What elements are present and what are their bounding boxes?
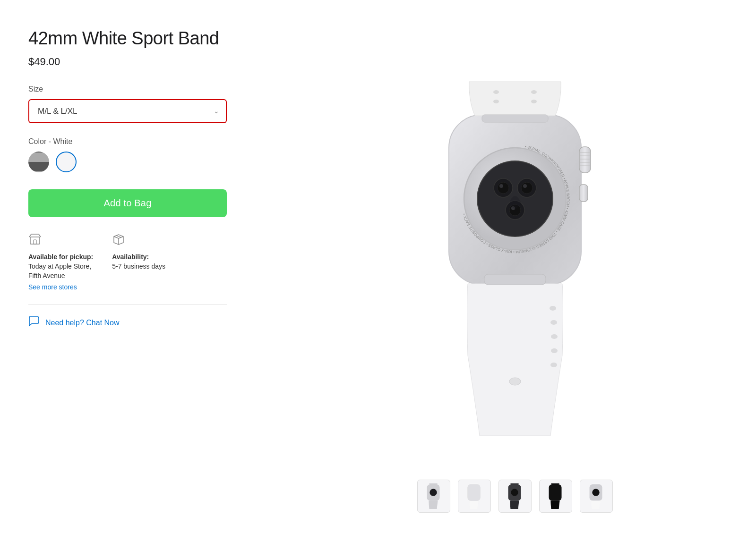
pickup-availability: Available for pickup: Today at Apple Sto…: [28, 232, 93, 291]
shipping-detail: 5-7 business days: [112, 262, 165, 270]
color-swatches: [28, 152, 284, 172]
svg-rect-19: [579, 185, 588, 202]
svg-point-7: [550, 306, 556, 311]
svg-point-35: [430, 489, 437, 496]
product-price: $49.00: [28, 56, 284, 68]
svg-point-42: [592, 489, 599, 496]
color-label: Color - White: [28, 137, 284, 146]
thumbnail-3[interactable]: [498, 480, 532, 513]
pickup-detail-2: Fifth Avenue: [28, 272, 93, 279]
thumbnail-2[interactable]: [458, 480, 491, 513]
right-panel: • SERIAL: CO2WKHOP7FER • APPLE WATCH • 4…: [302, 19, 728, 522]
see-more-stores-link[interactable]: See more stores: [28, 283, 93, 291]
svg-point-12: [509, 378, 521, 385]
add-to-bag-button[interactable]: Add to Bag: [28, 189, 227, 217]
svg-rect-1: [34, 240, 36, 244]
thumbnail-4[interactable]: [539, 480, 572, 513]
page-container: 42mm White Sport Band $49.00 Size S/M M/…: [0, 0, 756, 541]
divider: [28, 304, 227, 304]
svg-point-9: [551, 334, 558, 339]
chat-label: Need help? Chat Now: [45, 319, 120, 327]
svg-rect-40: [549, 484, 562, 501]
size-label: Size: [28, 85, 284, 93]
color-section: Color - White: [28, 137, 284, 172]
size-section: Size S/M M/L & L/XL ⌄: [28, 85, 284, 123]
box-icon: [112, 232, 165, 248]
svg-point-29: [523, 184, 527, 188]
thumbnail-5[interactable]: [580, 480, 613, 513]
pickup-title: Available for pickup:: [28, 253, 93, 261]
size-select-wrapper: S/M M/L & L/XL ⌄: [28, 99, 227, 123]
shipping-availability: Availability: 5-7 business days: [112, 232, 165, 291]
svg-point-6: [531, 100, 537, 103]
svg-point-8: [550, 320, 557, 325]
chat-icon: [28, 316, 41, 330]
svg-point-11: [550, 363, 557, 367]
color-swatch-black[interactable]: [28, 152, 49, 172]
svg-rect-37: [468, 484, 481, 501]
svg-rect-33: [482, 115, 548, 122]
svg-point-23: [498, 182, 509, 194]
thumbnail-strip: [417, 480, 613, 513]
svg-point-28: [499, 184, 503, 188]
svg-point-10: [551, 348, 558, 353]
svg-rect-13: [579, 147, 591, 173]
availability-section: Available for pickup: Today at Apple Sto…: [28, 232, 284, 291]
svg-point-4: [493, 100, 499, 103]
svg-point-39: [511, 489, 518, 496]
svg-rect-32: [484, 274, 546, 285]
svg-rect-0: [30, 237, 40, 244]
pickup-detail: Today at Apple Store,: [28, 262, 93, 270]
svg-point-3: [493, 90, 499, 94]
svg-point-25: [521, 182, 533, 194]
left-panel: 42mm White Sport Band $49.00 Size S/M M/…: [28, 19, 302, 522]
shipping-title: Availability:: [112, 253, 165, 261]
svg-point-5: [531, 90, 537, 94]
watch-product-image: • SERIAL: CO2WKHOP7FER • APPLE WATCH • 4…: [369, 77, 662, 436]
color-swatch-white[interactable]: [56, 152, 77, 172]
thumbnail-1[interactable]: [417, 480, 450, 513]
store-icon: [28, 232, 93, 248]
chat-section[interactable]: Need help? Chat Now: [28, 316, 284, 330]
product-title: 42mm White Sport Band: [28, 28, 284, 49]
size-select[interactable]: S/M M/L & L/XL: [28, 99, 227, 123]
watch-image-container: • SERIAL: CO2WKHOP7FER • APPLE WATCH • 4…: [364, 72, 666, 440]
